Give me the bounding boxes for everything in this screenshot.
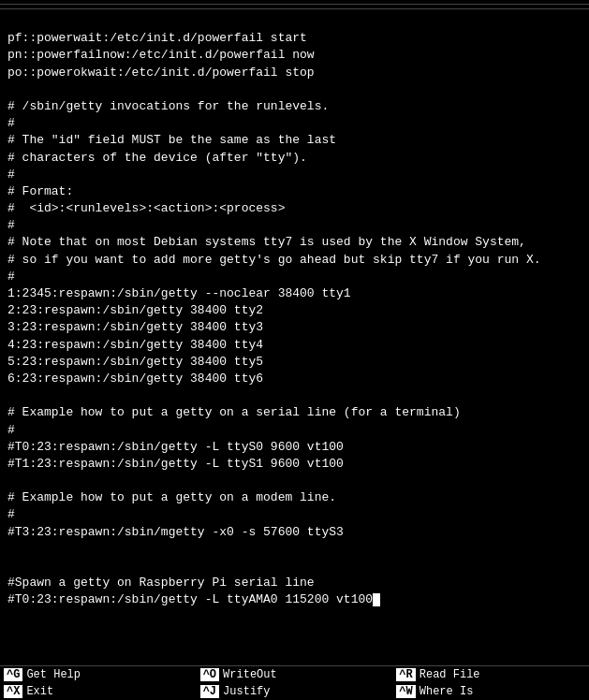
footer-row-0: ^GGet Help^OWriteOut^RRead File <box>0 666 589 683</box>
footer-item-0-2[interactable]: ^RRead File <box>392 668 589 681</box>
footer-key-0-0: ^G <box>4 668 22 681</box>
footer-label-1-2: Where Is <box>420 685 474 698</box>
footer-item-1-2[interactable]: ^WWhere Is <box>392 685 589 698</box>
footer-item-0-0[interactable]: ^GGet Help <box>0 668 197 681</box>
footer-key-1-0: ^X <box>4 685 22 698</box>
footer-item-1-1[interactable]: ^JJustify <box>197 685 393 698</box>
footer-label-1-1: Justify <box>223 685 270 698</box>
footer-item-0-1[interactable]: ^OWriteOut <box>197 668 393 681</box>
footer-label-0-2: Read File <box>420 668 480 681</box>
footer-row-1: ^XExit^JJustify^WWhere Is <box>0 683 589 700</box>
footer-label-1-0: Exit <box>26 685 53 698</box>
footer-key-1-1: ^J <box>200 685 219 698</box>
footer-label-0-0: Get Help <box>26 668 81 681</box>
footer-key-0-2: ^R <box>396 668 415 681</box>
footer-key-1-2: ^W <box>396 685 415 698</box>
footer-label-0-1: WriteOut <box>223 668 277 681</box>
footer-key-0-1: ^O <box>200 668 219 681</box>
text-cursor <box>373 593 380 606</box>
footer-bar: ^GGet Help^OWriteOut^RRead File^XExit^JJ… <box>0 665 589 700</box>
footer-item-1-0[interactable]: ^XExit <box>0 685 197 698</box>
editor-content[interactable]: pf::powerwait:/etc/init.d/powerfail star… <box>0 9 589 616</box>
